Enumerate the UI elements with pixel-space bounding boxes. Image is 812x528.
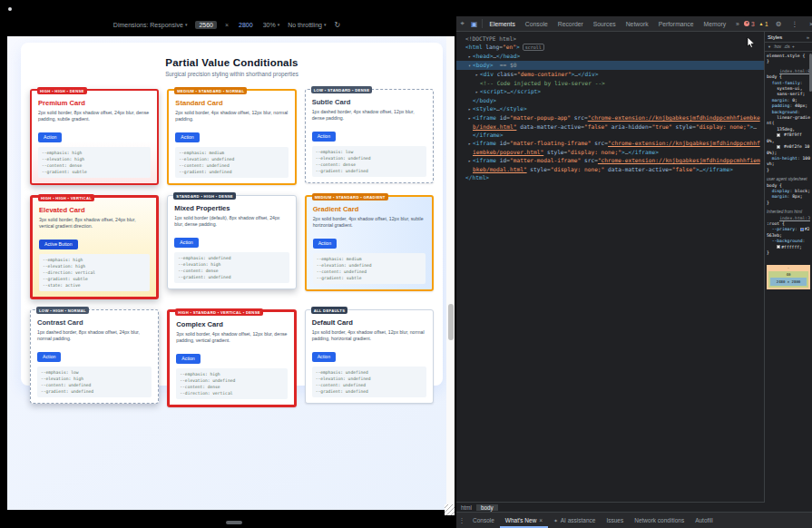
action-button[interactable]: Action [174,238,198,248]
action-button[interactable]: Action [312,352,336,362]
action-button[interactable]: Active Button [39,240,78,249]
rotate-icon[interactable]: ↻ [334,21,340,29]
throttling-select[interactable]: No throttling ▾ [288,22,326,28]
style-token: 135deg, [767,127,795,132]
gear-icon[interactable]: ⚙ [773,20,785,28]
action-button[interactable]: Action [175,132,199,142]
action-button[interactable]: Action [38,132,62,142]
tabs-overflow-icon[interactable]: » [731,16,745,31]
style-token [767,132,777,137]
cards-grid: HIGH • HIGH • DENSEPremium Card2px solid… [30,89,434,407]
syntax-token: aria-hidden [608,123,649,130]
drawer-tab-autofill[interactable]: Autofill [690,513,719,528]
close-icon[interactable]: × [806,20,812,28]
dom-line[interactable]: </body> [456,96,765,104]
card-description: 1px solid border, 4px shadow offset, 12p… [312,329,426,343]
scrollbar-thumb[interactable] [448,304,454,340]
card-title: Premium Card [38,99,151,107]
twisty-icon[interactable]: ▸ [474,88,480,96]
error-badge[interactable]: ×3 [744,21,754,27]
syntax-token: == $0 [493,62,516,68]
page-subtitle: Surgical precision styling within shorth… [21,71,443,77]
resize-grip-icon[interactable] [445,504,455,515]
syntax-token: <iframe [473,114,496,121]
code-line: --content: dense [180,384,283,390]
card-description: 2px solid border, 4px shadow offset, 12p… [313,216,426,230]
dom-line[interactable]: ▾<body> == $0 [456,61,765,70]
action-button[interactable]: Action [37,352,61,362]
dom-line[interactable]: ▸<div class="demo-container">…</div> [456,70,765,79]
style-token: #ffffff; [781,245,802,249]
dom-line[interactable]: </html> [456,173,765,181]
breadcrumb-item-body[interactable]: body [476,504,498,511]
twisty-icon[interactable]: ▸ [466,114,473,122]
style-token: { [800,54,806,58]
filter-chip-[interactable]: + [792,44,795,49]
dom-line[interactable]: ▸<script>…</script> [456,87,765,96]
dom-line[interactable]: <!DOCTYPE html> [456,34,765,43]
action-button[interactable]: Action [313,239,337,249]
dom-line[interactable]: ▸<iframe id="matter-modal-iframe" src="c… [456,156,765,173]
twisty-icon[interactable]: ▸ [474,71,480,79]
zoom-select[interactable]: 30% ▾ [263,22,280,28]
tab-memory[interactable]: Memory [699,16,731,31]
kebab-menu-icon[interactable]: ⋮ [789,20,801,28]
action-button[interactable]: Action [176,354,200,364]
inspect-icon[interactable]: ⌖ [456,19,468,28]
viewport-width-input[interactable]: 2560 [195,21,217,29]
tab-console[interactable]: Console [520,16,553,31]
tab-elements[interactable]: Elements [484,16,520,31]
drawer-tab-issues[interactable]: Issues [601,513,629,528]
dom-line[interactable]: ▸<head>…</head> [456,52,765,61]
syntax-token: </script> [511,88,542,94]
card-contrast-card: LOW • HIGH • NORMALContrast Card1px dash… [30,309,159,404]
dimensions-select[interactable]: Dimensions: Responsive ▾ [113,22,188,28]
dom-line[interactable]: <!-- Code injected by live-server --> [456,79,765,87]
dom-line[interactable]: ▸<style>…</style> [456,104,765,113]
syntax-token: src [571,114,584,121]
drawer-tab-network-conditions[interactable]: Network conditions [629,513,690,528]
syntax-token: </div> [578,71,598,77]
page-scrollbar[interactable] [446,36,455,510]
style-token: linear-gradient( [767,115,810,125]
drawer-kebab-icon[interactable]: ⋮ [456,517,467,524]
drawer-tab-ai-assistance[interactable]: ✦AI assistance [548,513,601,528]
tab-sources[interactable]: Sources [588,16,621,31]
twisty-icon[interactable]: ▸ [466,53,473,61]
box-model[interactable]: - 40 2480 × 2800 [767,265,810,289]
sidebar-overflow-icon[interactable]: » [807,34,809,40]
card-code-block: --emphasis: high--elevation: high--conte… [38,147,151,178]
dom-line[interactable]: <html lang="en">scroll [456,43,765,52]
twisty-icon[interactable]: ▸ [466,157,473,165]
twisty-icon[interactable]: ▸ [466,140,473,148]
tab-performance[interactable]: Performance [653,16,699,31]
stylesheet-link[interactable]: index.html:8 [779,69,810,73]
breadcrumb-item-html[interactable]: html [456,504,476,511]
filter-chip-hov[interactable]: :hov [773,44,781,49]
card-premium-card: HIGH • HIGH • DENSEPremium Card2px solid… [30,89,159,185]
card-badge: LOW • STANDARD • DENSE [311,86,373,93]
drawer-tab-console[interactable]: Console [467,513,500,528]
dom-line[interactable]: ▸<iframe id="matter-popup-app" src="chro… [456,113,765,139]
warning-badge[interactable]: ▲1 [759,21,768,27]
twisty-icon[interactable]: ▾ [466,62,473,70]
padding-value: 40 [770,272,807,277]
device-toolbar-icon[interactable]: ▣ [468,20,480,28]
tab-styles[interactable]: Styles [768,34,782,40]
drawer-tab-what-s-new[interactable]: What's New× [500,513,548,528]
dom-line[interactable]: ▸<iframe id="matter-floating-iframe" src… [456,139,765,156]
filter-chip-cls[interactable]: .cls [784,44,790,49]
card-title: Contrast Card [37,318,152,327]
card-description: 3px solid border, 4px shadow offset, 12p… [176,331,287,345]
code-line: --elevation: undefined [179,156,284,162]
tab-network[interactable]: Network [621,16,653,31]
twisty-icon[interactable]: ▸ [466,105,473,113]
style-token: element.style [767,54,800,58]
viewport-height-input[interactable]: 2800 [237,21,255,29]
stylesheet-link[interactable]: index.html:3 [779,216,810,220]
card-description: 2px solid border, 4px shadow offset, 12p… [175,110,288,123]
syntax-token: "matter-popup-app" [510,114,571,121]
close-icon[interactable]: × [539,517,543,523]
action-button[interactable]: Action [312,132,336,142]
tab-recorder[interactable]: Recorder [553,16,588,31]
